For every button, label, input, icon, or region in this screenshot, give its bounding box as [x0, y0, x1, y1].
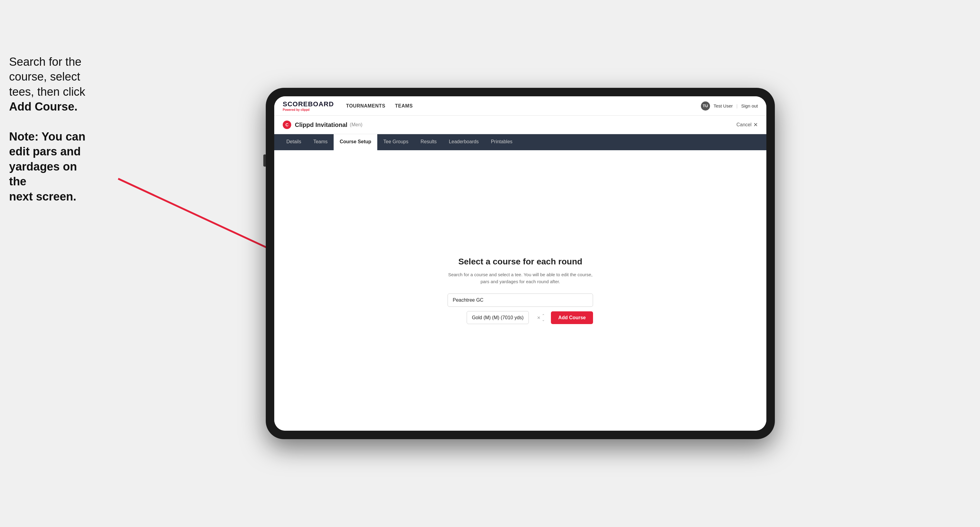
annotation-text: Search for the course, select tees, then… — [9, 54, 94, 204]
avatar: TU — [701, 102, 710, 111]
sub-nav: Details Teams Course Setup Tee Groups Re… — [274, 134, 766, 150]
sign-out-link[interactable]: Sign out — [741, 103, 758, 108]
annotation-bold: Add Course. — [9, 100, 78, 113]
tab-course-setup[interactable]: Course Setup — [334, 134, 377, 150]
tee-select-controls: ✕ ⌃⌄ — [537, 313, 545, 322]
tournament-icon: C — [283, 121, 291, 129]
nav-right: TU Test User | Sign out — [701, 102, 758, 111]
annotation-note2: edit pars and — [9, 145, 81, 158]
tee-select[interactable]: Gold (M) (M) (7010 yds) — [467, 311, 529, 324]
tee-select-row: Gold (M) (M) (7010 yds) ✕ ⌃⌄ Add Course — [447, 311, 593, 324]
close-icon: ✕ — [753, 121, 758, 128]
annotation-line3: tees, then click — [9, 86, 85, 98]
tab-printables[interactable]: Printables — [485, 134, 519, 150]
tab-results[interactable]: Results — [415, 134, 443, 150]
tab-teams[interactable]: Teams — [307, 134, 334, 150]
cancel-button[interactable]: Cancel ✕ — [737, 121, 758, 128]
course-setup-card: Select a course for each round Search fo… — [447, 257, 593, 324]
top-nav: SCOREBOARD Powered by clippd TOURNAMENTS… — [274, 96, 766, 116]
card-title: Select a course for each round — [447, 257, 593, 267]
annotation-note3: yardages on the — [9, 160, 77, 188]
annotation-line1: Search for the — [9, 56, 81, 68]
tab-details[interactable]: Details — [280, 134, 307, 150]
nav-tournaments[interactable]: TOURNAMENTS — [346, 103, 385, 109]
annotation-line2: course, select — [9, 70, 80, 83]
tournament-name: Clippd Invitational — [295, 121, 347, 129]
tablet-side-button — [263, 154, 266, 167]
logo-area: SCOREBOARD Powered by clippd — [283, 100, 334, 111]
nav-teams[interactable]: TEAMS — [395, 103, 413, 109]
annotation-note1: Note: You can — [9, 130, 86, 143]
annotation-note4: next screen. — [9, 190, 76, 203]
course-search-input[interactable] — [447, 294, 593, 307]
add-course-button[interactable]: Add Course — [551, 311, 593, 324]
user-name: Test User — [714, 103, 733, 108]
nav-links: TOURNAMENTS TEAMS — [346, 103, 413, 109]
tournament-format: (Men) — [350, 122, 363, 127]
logo-text: SCOREBOARD — [283, 100, 334, 108]
card-description: Search for a course and select a tee. Yo… — [447, 271, 593, 285]
search-input-wrap — [447, 294, 593, 307]
tablet-screen: SCOREBOARD Powered by clippd TOURNAMENTS… — [274, 96, 766, 431]
tee-dropdown-arrow[interactable]: ⌃⌄ — [542, 313, 545, 322]
tab-leaderboards[interactable]: Leaderboards — [443, 134, 485, 150]
tee-clear-button[interactable]: ✕ — [537, 315, 541, 320]
tournament-header: C Clippd Invitational (Men) Cancel ✕ — [274, 116, 766, 134]
tablet-device: SCOREBOARD Powered by clippd TOURNAMENTS… — [266, 88, 775, 439]
logo-sub: Powered by clippd — [283, 108, 334, 111]
main-content: Select a course for each round Search fo… — [274, 150, 766, 431]
tee-select-wrapper: Gold (M) (M) (7010 yds) ✕ ⌃⌄ — [447, 311, 548, 324]
tab-tee-groups[interactable]: Tee Groups — [377, 134, 415, 150]
